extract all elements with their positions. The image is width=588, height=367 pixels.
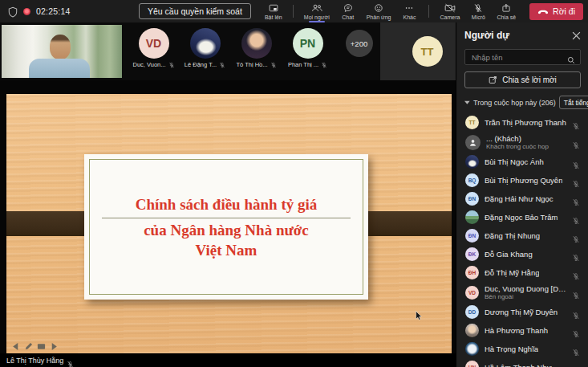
speaker-video-tile[interactable] bbox=[2, 25, 122, 78]
participant-row[interactable]: Đặng Ngọc Bảo Trâm bbox=[464, 208, 581, 226]
muted-mic-icon bbox=[67, 357, 74, 364]
participant-row[interactable]: VDDuc, Vuong Duong [DFVN]Bên ngoài bbox=[464, 282, 581, 303]
participant-texts: Bùi Thị Phương Quyên bbox=[485, 176, 562, 185]
filmstrip-participant[interactable]: Lê Đặng T... bbox=[184, 28, 226, 68]
toolbar-item-reactions[interactable]: Phản ứng bbox=[364, 0, 394, 22]
meeting-timer: 02:25:14 bbox=[36, 6, 70, 16]
participant-row[interactable]: ... (Khách)Khách trong cuộc họp bbox=[464, 132, 581, 153]
participant-texts: Trần Thị Phương Thanh bbox=[485, 118, 566, 127]
toolbar-item-label: Bật lên bbox=[265, 14, 282, 20]
toolbar-item-more[interactable]: Khác bbox=[398, 0, 420, 22]
slide-menu-button[interactable] bbox=[37, 342, 46, 351]
participant-row[interactable]: ĐNĐặng Hải Như Ngọc bbox=[464, 190, 581, 208]
avatar: PN bbox=[293, 28, 323, 59]
muted-mic-icon bbox=[572, 269, 580, 277]
share-invite-button[interactable]: Chia sẻ lời mời bbox=[464, 71, 581, 88]
slide-title-line: Chính sách điều hành tỷ giá bbox=[102, 194, 351, 218]
participant-subtitle: Khách trong cuộc họp bbox=[486, 143, 549, 150]
participant-texts: Đặng Hải Như Ngọc bbox=[485, 194, 554, 203]
overflow-count-tile[interactable]: +200 bbox=[338, 28, 380, 57]
participant-name: Đỗ Thị Mỹ Hằng bbox=[485, 268, 539, 277]
toolbar-item-people[interactable]: Mọi người bbox=[302, 0, 332, 22]
security-shield-icon bbox=[8, 6, 18, 17]
spotlight-tile[interactable]: TT bbox=[380, 22, 456, 80]
pip-icon bbox=[268, 3, 279, 13]
participant-texts: ... (Khách)Khách trong cuộc họp bbox=[486, 134, 549, 150]
toolbar-item-pop-out[interactable]: Bật lên bbox=[262, 0, 285, 22]
toolbar-item-label: Mọi người bbox=[304, 14, 330, 20]
request-control-button[interactable]: Yêu cầu quyền kiểm soát bbox=[139, 3, 251, 19]
in-meeting-section-header: Trong cuộc họp này (206) Tắt tiếng tất c… bbox=[464, 96, 581, 109]
next-slide-button[interactable] bbox=[50, 342, 59, 351]
speaker-body bbox=[29, 59, 90, 78]
close-panel-icon[interactable] bbox=[572, 31, 581, 40]
avatar bbox=[465, 210, 479, 224]
search-input[interactable] bbox=[470, 52, 564, 63]
search-box bbox=[464, 49, 581, 65]
participant-texts: Đỗ Thị Mỹ Hằng bbox=[485, 268, 539, 277]
avatar: VD bbox=[465, 286, 479, 300]
participant-name: Tô Thị Hồ... bbox=[236, 61, 267, 68]
muted-mic-icon bbox=[572, 177, 580, 185]
mic-off-icon bbox=[472, 3, 484, 13]
participant-name: Đặng Ngọc Bảo Trâm bbox=[485, 213, 558, 222]
participant-texts: Hà Trọng Nghĩa bbox=[485, 345, 538, 353]
top-toolbar: 02:25:14 Yêu cầu quyền kiểm soát Bật lên… bbox=[0, 0, 588, 22]
filmstrip-participant[interactable]: Tô Thị Hồ... bbox=[235, 28, 278, 68]
avatar bbox=[465, 155, 479, 169]
avatar: ĐN bbox=[465, 192, 479, 206]
participant-name: Đặng Hải Như Ngọc bbox=[485, 194, 554, 203]
muted-mic-icon bbox=[572, 195, 580, 203]
participant-label: Phan Thị ... bbox=[288, 61, 327, 68]
participant-label: Duc, Vuon... bbox=[133, 61, 175, 68]
muted-mic-icon bbox=[270, 62, 277, 68]
toolbar-item-camera[interactable]: Camera bbox=[437, 0, 462, 22]
participant-row[interactable]: ĐKĐỗ Gia Khang bbox=[464, 245, 581, 263]
mouse-cursor-icon bbox=[416, 309, 422, 319]
participant-row[interactable]: ĐHĐỗ Thị Mỹ Hằng bbox=[464, 263, 581, 282]
leave-button[interactable]: Rời đi bbox=[529, 3, 583, 20]
toolbar-item-share[interactable]: Chia sẻ bbox=[494, 0, 518, 22]
previous-slide-button[interactable] bbox=[11, 342, 20, 351]
toolbar-item-label: Micrô bbox=[472, 14, 485, 20]
camera-off-icon bbox=[444, 3, 456, 13]
participant-row[interactable]: Hà Trọng Nghĩa bbox=[464, 340, 581, 358]
chevron-down-icon[interactable] bbox=[464, 100, 470, 104]
toolbar-item-label: Phản ứng bbox=[367, 14, 391, 20]
people-icon bbox=[311, 3, 322, 13]
participant-name: Duc, Vuong Duong [DFVN] bbox=[485, 284, 566, 293]
muted-mic-icon bbox=[572, 158, 580, 166]
pen-tool-button[interactable] bbox=[24, 342, 33, 351]
participant-texts: Đặng Ngọc Bảo Trâm bbox=[485, 213, 558, 222]
toolbar-item-chat[interactable]: Chat bbox=[337, 0, 359, 22]
participant-row[interactable]: Hà Phương Thanh bbox=[464, 321, 581, 340]
mute-all-button[interactable]: Tắt tiếng tất cả bbox=[559, 96, 588, 109]
avatar: HN bbox=[465, 361, 479, 367]
participant-row[interactable]: ĐNĐặng Thị Nhung bbox=[464, 226, 581, 245]
filmstrip-participant[interactable]: VDDuc, Vuon... bbox=[132, 28, 175, 68]
toolbar-actions: Yêu cầu quyền kiểm soát Bật lênMọi người… bbox=[139, 0, 583, 22]
avatar: TT bbox=[465, 116, 479, 129]
participant-row[interactable]: Bùi Thị Ngọc Ánh bbox=[464, 153, 581, 171]
section-label: Trong cuộc họp này (206) bbox=[473, 99, 556, 107]
presenter-name: Lê Thị Thùy Hằng bbox=[6, 357, 63, 365]
participant-name: Bùi Thị Phương Quyên bbox=[485, 176, 562, 185]
avatar bbox=[190, 28, 221, 59]
filmstrip-participant[interactable]: PNPhan Thị ... bbox=[286, 28, 329, 68]
muted-mic-icon bbox=[572, 308, 580, 316]
toolbar-item-mic[interactable]: Micrô bbox=[467, 0, 489, 22]
avatar: ĐK bbox=[465, 247, 479, 261]
participant-row[interactable]: HNHồ Lâm Thanh Như bbox=[464, 358, 581, 367]
presenter-name-bar: Lê Thị Thùy Hằng bbox=[0, 353, 456, 367]
participant-name: Đặng Thị Nhung bbox=[485, 231, 540, 240]
participant-row[interactable]: BQBùi Thị Phương Quyên bbox=[464, 171, 581, 190]
muted-mic-icon bbox=[321, 62, 327, 68]
participant-texts: Dương Thị Mỹ Duyên bbox=[485, 308, 558, 316]
participant-texts: Hồ Lâm Thanh Như bbox=[485, 363, 552, 367]
recording-indicator-icon bbox=[23, 8, 30, 15]
participant-row[interactable]: DDDương Thị Mỹ Duyên bbox=[464, 303, 581, 321]
muted-mic-icon bbox=[219, 62, 225, 68]
participant-row[interactable]: TTTrần Thị Phương Thanh bbox=[464, 113, 581, 132]
avatar: VD bbox=[139, 28, 169, 59]
participant-name: ... (Khách) bbox=[486, 134, 549, 143]
